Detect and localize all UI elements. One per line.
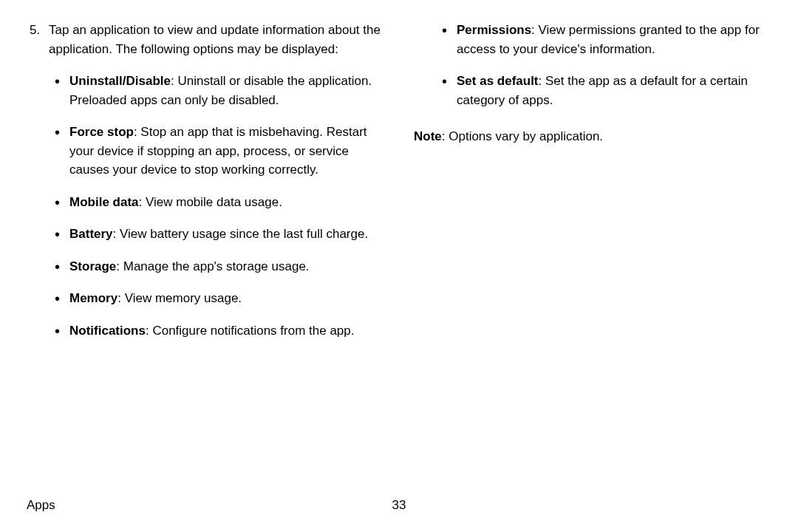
option-notifications: Notifications: Configure notifications f… bbox=[49, 321, 384, 341]
option-force-stop: Force stop: Stop an app that is misbehav… bbox=[49, 123, 384, 180]
note-label: Note bbox=[414, 129, 442, 143]
option-set-as-default: Set as default: Set the app as a default… bbox=[436, 72, 771, 109]
note: Note: Options vary by application. bbox=[414, 127, 771, 146]
option-storage: Storage: Manage the app's storage usage. bbox=[49, 257, 384, 276]
content-columns: 5. Tap an application to view and update… bbox=[27, 21, 771, 340]
option-label: Memory bbox=[69, 291, 117, 305]
option-uninstall-disable: Uninstall/Disable: Uninstall or disable … bbox=[49, 72, 384, 109]
option-label: Force stop bbox=[69, 125, 134, 139]
option-desc: : View battery usage since the last full… bbox=[113, 227, 369, 241]
option-permissions: Permissions: View permissions granted to… bbox=[436, 21, 771, 58]
step-number: 5. bbox=[27, 21, 49, 58]
option-label: Battery bbox=[69, 227, 113, 241]
footer-page-number: 33 bbox=[392, 496, 406, 515]
option-desc: : Manage the app's storage usage. bbox=[116, 259, 309, 273]
option-desc: : View memory usage. bbox=[117, 291, 242, 305]
option-mobile-data: Mobile data: View mobile data usage. bbox=[49, 193, 384, 212]
option-list-col1: Uninstall/Disable: Uninstall or disable … bbox=[27, 72, 384, 340]
page-footer: Apps 33 bbox=[27, 496, 771, 515]
option-label: Permissions bbox=[457, 23, 531, 37]
option-desc: : Configure notifications from the app. bbox=[146, 324, 355, 338]
option-label: Notifications bbox=[69, 324, 146, 338]
note-text: : Options vary by application. bbox=[442, 129, 603, 143]
step-5: 5. Tap an application to view and update… bbox=[27, 21, 384, 58]
option-desc: : View mobile data usage. bbox=[139, 195, 282, 209]
column-right: Permissions: View permissions granted to… bbox=[414, 21, 771, 340]
column-left: 5. Tap an application to view and update… bbox=[27, 21, 384, 340]
option-memory: Memory: View memory usage. bbox=[49, 289, 384, 308]
step-text: Tap an application to view and update in… bbox=[49, 21, 384, 58]
footer-section-title: Apps bbox=[27, 496, 55, 515]
option-label: Storage bbox=[69, 259, 116, 273]
option-battery: Battery: View battery usage since the la… bbox=[49, 225, 384, 244]
option-label: Uninstall/Disable bbox=[69, 74, 171, 88]
option-label: Set as default bbox=[457, 74, 539, 88]
option-label: Mobile data bbox=[69, 195, 139, 209]
option-list-col2: Permissions: View permissions granted to… bbox=[414, 21, 771, 109]
